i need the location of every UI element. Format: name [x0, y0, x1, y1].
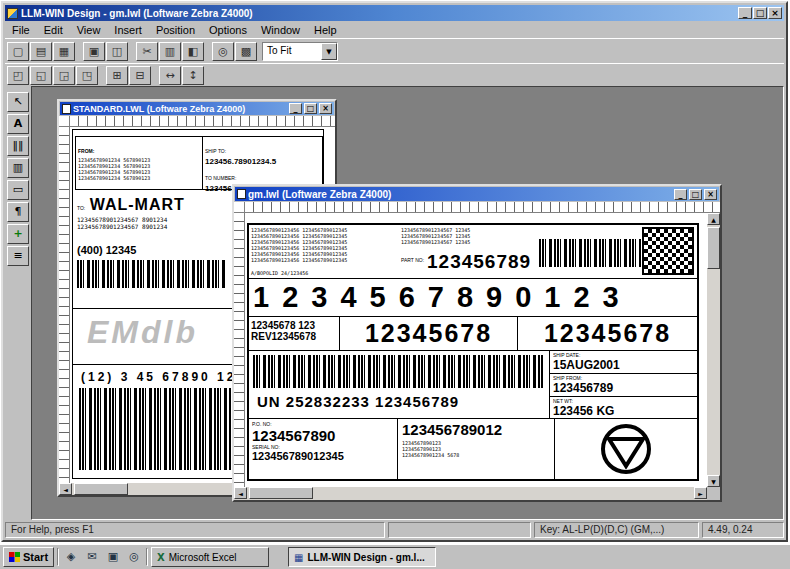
label-row-bottom: P.O. NO: 1234567890 SERIAL NO: 123456789…	[249, 419, 697, 479]
minimize-icon[interactable]: _	[674, 189, 687, 200]
scroll-track[interactable]	[247, 487, 694, 500]
align-left-icon[interactable]: ◰	[7, 66, 29, 85]
quicklaunch-icon-1[interactable]: ◈	[62, 549, 80, 566]
to-number-label: TO NUMBER:	[205, 175, 236, 181]
tiny-text-block-a: 1234567890123456 123456789012345 1234567…	[251, 227, 347, 263]
maximize-icon[interactable]: □	[689, 189, 702, 200]
vertical-ruler	[234, 213, 245, 487]
copy-icon[interactable]: ▥	[159, 42, 181, 61]
gm-titlebar[interactable]: gm.lwl (Loftware Zebra Z4000) _ □ ×	[235, 187, 719, 201]
serial-number: 123456789012345	[252, 450, 395, 462]
scroll-left-icon[interactable]: ◄	[59, 483, 72, 495]
datamatrix-icon	[642, 227, 694, 275]
print-icon[interactable]: ▣	[83, 42, 105, 61]
menu-file[interactable]: File	[5, 23, 37, 37]
grid-icon[interactable]: ▩	[235, 42, 257, 61]
horizontal-scrollbar[interactable]: ◄ ►	[234, 487, 707, 500]
scroll-track[interactable]	[707, 225, 720, 475]
open-icon[interactable]: ▤	[30, 42, 52, 61]
standard-titlebar[interactable]: STANDARD.LWL (Loftware Zebra Z4000) _ □ …	[60, 102, 334, 115]
serial-barcode	[77, 260, 227, 288]
scroll-left-icon[interactable]: ◄	[234, 487, 247, 499]
close-icon[interactable]: ×	[704, 189, 717, 200]
print-preview-icon[interactable]: ◫	[106, 42, 128, 61]
toolbar-separator	[76, 42, 82, 61]
cut-icon[interactable]: ✂	[136, 42, 158, 61]
align-bottom-icon[interactable]: ◳	[76, 66, 98, 85]
from-address: 12345678901234 567890123 12345678901234 …	[78, 157, 200, 181]
taskbar-divider	[146, 548, 148, 566]
serial-block: (400) 12345	[77, 244, 235, 304]
save-icon[interactable]: ▦	[53, 42, 75, 61]
add-object-tool-icon[interactable]: +	[7, 224, 29, 244]
scroll-right-icon[interactable]: ►	[694, 487, 707, 499]
scroll-thumb[interactable]	[249, 487, 313, 499]
un-number: UN 252832233 123456789	[257, 393, 459, 410]
pointer-tool-icon[interactable]: ↖	[7, 92, 29, 112]
new-icon[interactable]: ▢	[7, 42, 29, 61]
box-tool-icon[interactable]: ▭	[7, 180, 29, 200]
text-tool-icon[interactable]: A	[7, 114, 29, 134]
document-window-gm[interactable]: gm.lwl (Loftware Zebra Z4000) _ □ ×	[232, 184, 722, 502]
maximize-icon[interactable]: □	[753, 7, 767, 19]
close-icon[interactable]: ×	[768, 7, 782, 19]
barcode-tool-icon[interactable]: ‖‖	[7, 136, 29, 156]
close-icon[interactable]: ×	[319, 103, 332, 114]
label-row-un: UN 252832233 123456789 SHIP DATE: 15AUG2…	[249, 351, 697, 419]
scroll-thumb[interactable]	[74, 483, 128, 495]
start-button[interactable]: Start	[3, 547, 54, 567]
label-row-cells: 12345678 123 REV12345678 12345678 123456…	[249, 317, 697, 351]
quicklaunch-icon-4[interactable]: ◎	[125, 549, 143, 566]
zoom-icon[interactable]: ◎	[212, 42, 234, 61]
ship-to-label: SHIP TO:	[205, 148, 226, 154]
vertical-scrollbar[interactable]: ▲ ▼	[707, 213, 720, 487]
grid-toggle-icon[interactable]: ⊞	[106, 66, 128, 85]
minimize-icon[interactable]: _	[738, 7, 752, 19]
menu-insert[interactable]: Insert	[107, 23, 149, 37]
snap-toggle-icon[interactable]: ⊟	[129, 66, 151, 85]
image-tool-icon[interactable]: ▥	[7, 158, 29, 178]
gm-title: gm.lwl (Loftware Zebra Z4000)	[248, 189, 672, 200]
mid-tiny-lines: 1234567890123 1234567890123 123456789012…	[402, 440, 550, 458]
lines-tool-icon[interactable]: ≡	[7, 246, 29, 266]
paragraph-tool-icon[interactable]: ¶	[7, 202, 29, 222]
task-button-llm[interactable]: ▦ LLM-WIN Design - gm.l...	[288, 547, 436, 567]
menu-position[interactable]: Position	[149, 23, 202, 37]
menu-view[interactable]: View	[70, 23, 108, 37]
chevron-down-icon[interactable]: ▼	[321, 43, 337, 60]
status-help-text: For Help, press F1	[5, 522, 385, 538]
status-coordinates: 4.49, 0.24	[702, 522, 784, 538]
cell-number-1: 12345678	[339, 317, 517, 350]
ship-from-cell: SHIP FROM: 123456789	[550, 374, 697, 397]
horizontal-ruler	[245, 202, 720, 213]
menu-window[interactable]: Window	[254, 23, 307, 37]
gm-canvas[interactable]: 1234567890123456 123456789012345 1234567…	[245, 213, 707, 487]
minimize-icon[interactable]: _	[289, 103, 302, 114]
scroll-thumb[interactable]	[707, 227, 720, 269]
quicklaunch-icon-3[interactable]: ▣	[104, 549, 122, 566]
stretch-h-icon[interactable]: ↔	[159, 66, 181, 85]
task-button-excel[interactable]: X Microsoft Excel	[151, 547, 269, 567]
toolbar-separator	[99, 66, 105, 85]
consignee-block: TO: WAL-MART 12345678901234567 8901234 1…	[77, 196, 185, 230]
paste-icon[interactable]: ◧	[182, 42, 204, 61]
ship-to-value: 123456.78901234.5	[205, 157, 320, 166]
horizontal-ruler	[70, 116, 335, 127]
serial-text: (400) 12345	[77, 244, 235, 256]
scroll-down-icon[interactable]: ▼	[707, 475, 720, 487]
toolbar-separator	[152, 66, 158, 85]
menu-help[interactable]: Help	[307, 23, 344, 37]
menu-options[interactable]: Options	[202, 23, 254, 37]
app-titlebar[interactable]: LLM-WIN Design - gm.lwl (Loftware Zebra …	[5, 5, 784, 21]
mid-number: 123456789012	[402, 421, 550, 438]
maximize-icon[interactable]: □	[304, 103, 317, 114]
align-right-icon[interactable]: ◲	[53, 66, 75, 85]
zoom-select[interactable]: To Fit ▼	[262, 42, 338, 61]
menu-edit[interactable]: Edit	[37, 23, 70, 37]
scroll-up-icon[interactable]: ▲	[707, 213, 720, 225]
quicklaunch-icon-2[interactable]: ✉	[83, 549, 101, 566]
status-key-field: Key: AL-LP(D)(D,C) (GM,...)	[534, 522, 699, 538]
align-top-icon[interactable]: ◱	[30, 66, 52, 85]
consignee-address: 12345678901234567 8901234 12345678901234…	[77, 216, 185, 230]
stretch-v-icon[interactable]: ↕	[182, 66, 204, 85]
